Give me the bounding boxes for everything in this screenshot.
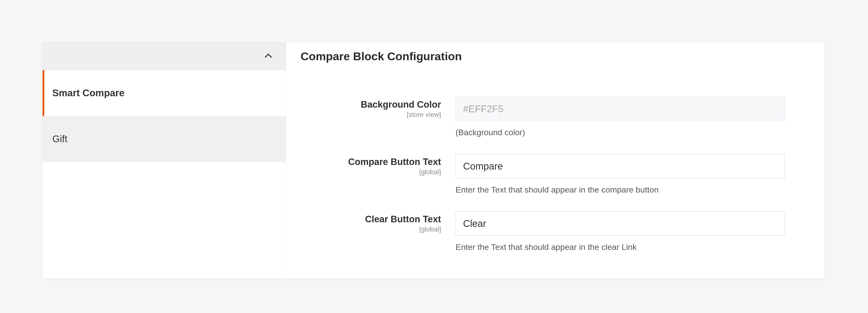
field-label: Background Color bbox=[361, 99, 441, 110]
main-content: Compare Block Configuration Background C… bbox=[286, 42, 825, 278]
sidebar-spacer bbox=[42, 162, 286, 278]
page-title: Compare Block Configuration bbox=[301, 49, 810, 63]
field-label-col: Compare Button Text [global] bbox=[301, 154, 456, 176]
field-scope: [global] bbox=[301, 168, 441, 176]
field-label: Compare Button Text bbox=[348, 157, 441, 167]
field-input-col: (Background color) bbox=[456, 97, 810, 137]
compare-button-text-input[interactable] bbox=[456, 154, 785, 178]
field-row-clear-button-text: Clear Button Text [global] Enter the Tex… bbox=[301, 211, 810, 252]
field-label-col: Clear Button Text [global] bbox=[301, 211, 456, 233]
field-label-col: Background Color [store view] bbox=[301, 97, 456, 118]
sidebar-item-gift[interactable]: Gift bbox=[42, 116, 286, 162]
clear-button-text-input[interactable] bbox=[456, 211, 785, 236]
field-helper: (Background color) bbox=[456, 128, 800, 137]
sidebar: Smart Compare Gift bbox=[42, 42, 286, 278]
field-input-col: Enter the Text that should appear in the… bbox=[456, 211, 810, 252]
background-color-input[interactable] bbox=[456, 97, 785, 121]
field-helper: Enter the Text that should appear in the… bbox=[456, 185, 800, 195]
chevron-up-icon bbox=[263, 51, 273, 62]
sidebar-item-label: Gift bbox=[52, 134, 67, 144]
sidebar-collapse-button[interactable] bbox=[42, 42, 286, 70]
app-canvas: Smart Compare Gift Compare Block Configu… bbox=[0, 0, 868, 313]
field-scope: [store view] bbox=[301, 111, 441, 118]
sidebar-item-smart-compare[interactable]: Smart Compare bbox=[42, 70, 286, 116]
field-row-background-color: Background Color [store view] (Backgroun… bbox=[301, 97, 810, 137]
field-label: Clear Button Text bbox=[365, 214, 441, 224]
field-scope: [global] bbox=[301, 225, 441, 233]
field-row-compare-button-text: Compare Button Text [global] Enter the T… bbox=[301, 154, 810, 195]
sidebar-item-label: Smart Compare bbox=[52, 88, 124, 99]
field-input-col: Enter the Text that should appear in the… bbox=[456, 154, 810, 195]
config-panel: Smart Compare Gift Compare Block Configu… bbox=[42, 42, 825, 279]
field-helper: Enter the Text that should appear in the… bbox=[456, 242, 800, 252]
